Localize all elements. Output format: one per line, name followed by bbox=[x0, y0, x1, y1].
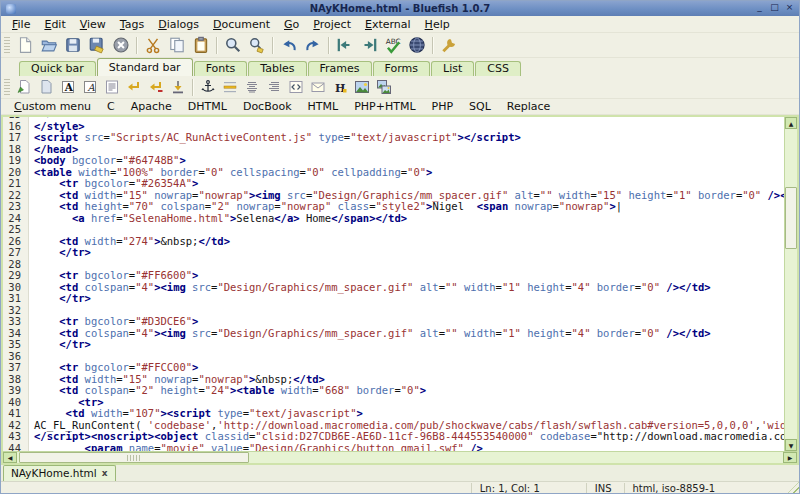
horizontal-rule-button[interactable] bbox=[219, 77, 241, 97]
view-in-browser-button[interactable] bbox=[405, 34, 429, 56]
menu-tags[interactable]: Tags bbox=[113, 17, 151, 32]
horizontal-scroll-track[interactable] bbox=[17, 452, 783, 463]
toolbar-separator bbox=[432, 37, 434, 54]
code-line-25[interactable]: 25 bbox=[3, 224, 784, 236]
toolbar-drag-handle[interactable] bbox=[4, 79, 10, 95]
document-tab[interactable]: NAyKHome.html x bbox=[3, 465, 116, 481]
bold-button[interactable]: A bbox=[57, 77, 79, 97]
thumbnail-button[interactable] bbox=[373, 77, 395, 97]
italic-button[interactable]: A bbox=[79, 77, 101, 97]
code-line-35[interactable]: 35 </tr> bbox=[3, 339, 784, 351]
open-button[interactable] bbox=[37, 34, 61, 56]
custom-menu-dhtml[interactable]: DHTML bbox=[180, 100, 235, 113]
copy-button[interactable] bbox=[165, 34, 189, 56]
menu-project[interactable]: Project bbox=[306, 17, 358, 32]
toolbar-tab-standard-bar[interactable]: Standard bar bbox=[97, 58, 193, 76]
custom-menu-apache[interactable]: Apache bbox=[123, 100, 180, 113]
resize-grip[interactable] bbox=[786, 482, 799, 494]
custom-menu-php-html[interactable]: PHP+HTML bbox=[346, 100, 423, 113]
toolbar-drag-handle[interactable] bbox=[4, 37, 10, 53]
heading-button[interactable]: H bbox=[329, 77, 351, 97]
custom-menu-php[interactable]: PHP bbox=[424, 100, 462, 113]
menu-file[interactable]: File bbox=[5, 17, 37, 32]
menu-external[interactable]: External bbox=[358, 17, 418, 32]
unindent-button[interactable] bbox=[333, 34, 357, 56]
indent-button[interactable] bbox=[357, 34, 381, 56]
minimize-button[interactable]: _ bbox=[753, 3, 766, 14]
paste-button[interactable] bbox=[189, 34, 213, 56]
scroll-up-button[interactable]: ▲ bbox=[785, 117, 797, 129]
break-button[interactable] bbox=[123, 77, 145, 97]
menu-dialogs[interactable]: Dialogs bbox=[151, 17, 206, 32]
code-line-34[interactable]: 34 <td colspan="4"><img src="Design/Grap… bbox=[3, 328, 784, 340]
center-button[interactable] bbox=[241, 77, 263, 97]
toolbar-tab-forms[interactable]: Forms bbox=[373, 61, 430, 76]
toolbar-tab-quick-bar[interactable]: Quick bar bbox=[19, 61, 96, 76]
menu-go[interactable]: Go bbox=[277, 17, 306, 32]
save-as-button[interactable] bbox=[85, 34, 109, 56]
vertical-scroll-track[interactable] bbox=[785, 129, 797, 439]
scroll-right-button[interactable]: ▶ bbox=[783, 452, 797, 463]
preferences-button[interactable] bbox=[437, 34, 461, 56]
spellcheck-button[interactable]: ABC bbox=[381, 34, 405, 56]
code-line-17[interactable]: 17<script src="Scripts/AC_RunActiveConte… bbox=[3, 132, 784, 144]
code-line-30[interactable]: 30 <td colspan="4"><img src="Design/Grap… bbox=[3, 282, 784, 294]
quickstart-button[interactable] bbox=[13, 77, 35, 97]
custom-menu-sql[interactable]: SQL bbox=[461, 100, 499, 113]
paste-icon bbox=[192, 36, 210, 54]
cut-button[interactable] bbox=[141, 34, 165, 56]
menu-edit[interactable]: Edit bbox=[37, 17, 72, 32]
toolbar-tab-list[interactable]: List bbox=[431, 61, 474, 76]
scroll-left-button[interactable]: ◀ bbox=[3, 452, 17, 463]
line-number: 19 bbox=[3, 155, 29, 167]
horizontal-scroll-thumb[interactable] bbox=[19, 452, 249, 463]
code-line-24[interactable]: 24 <a href="SelenaHome.html">Selena</a> … bbox=[3, 213, 784, 225]
toolbar-tab-fonts[interactable]: Fonts bbox=[194, 61, 248, 76]
menu-help[interactable]: Help bbox=[418, 17, 457, 32]
find-button[interactable] bbox=[221, 34, 245, 56]
menu-document[interactable]: Document bbox=[206, 17, 277, 32]
toolbar-tab-css[interactable]: CSS bbox=[475, 61, 521, 76]
code-line-39[interactable]: 39 <td colspan="2" height="24"><table wi… bbox=[3, 385, 784, 397]
code-line-26[interactable]: 26 <td width="274">&nbsp;</td> bbox=[3, 236, 784, 248]
line-number: 44 bbox=[3, 443, 29, 452]
code-area[interactable]: 15-->16</style>17<script src="Scripts/AC… bbox=[3, 117, 784, 451]
align-right-button[interactable] bbox=[263, 77, 285, 97]
comment-button[interactable] bbox=[285, 77, 307, 97]
break-clear-button[interactable] bbox=[145, 77, 167, 97]
non-breaking-space-button[interactable] bbox=[167, 77, 189, 97]
image-button[interactable] bbox=[351, 77, 373, 97]
paragraph-button[interactable] bbox=[101, 77, 123, 97]
view-in-browser-icon bbox=[408, 36, 426, 54]
close-document-button[interactable] bbox=[109, 34, 133, 56]
anchor-icon bbox=[200, 79, 216, 95]
custom-menu-docbook[interactable]: DocBook bbox=[235, 100, 300, 113]
vertical-scroll-thumb[interactable] bbox=[785, 187, 797, 249]
paragraph-icon bbox=[104, 79, 120, 95]
replace-button[interactable] bbox=[245, 34, 269, 56]
menu-view[interactable]: View bbox=[73, 17, 113, 32]
redo-button[interactable] bbox=[301, 34, 325, 56]
titlebar[interactable]: NAyKHome.html - Bluefish 1.0.7 _ □ × bbox=[1, 1, 799, 16]
code-line-27[interactable]: 27 </tr> bbox=[3, 247, 784, 259]
toolbar-tab-frames[interactable]: Frames bbox=[308, 61, 372, 76]
custom-menu-custom-menu[interactable]: Custom menu bbox=[6, 100, 99, 113]
close-button[interactable]: × bbox=[783, 3, 796, 14]
new-file-button[interactable] bbox=[13, 34, 37, 56]
document-tab-close-icon[interactable]: x bbox=[102, 466, 108, 481]
code-line-31[interactable]: 31 </tr> bbox=[3, 293, 784, 305]
body-button[interactable] bbox=[35, 77, 57, 97]
email-button[interactable] bbox=[307, 77, 329, 97]
toolbar-tab-tables[interactable]: Tables bbox=[248, 61, 306, 76]
cursor-position: Ln: 1, Col: 1 bbox=[471, 483, 548, 494]
undo-button[interactable] bbox=[277, 34, 301, 56]
anchor-button[interactable] bbox=[197, 77, 219, 97]
code-line-44[interactable]: 44 <param name="movie" value="Design/Gra… bbox=[3, 443, 784, 452]
custom-menu-c[interactable]: C bbox=[99, 100, 123, 113]
code-line-37[interactable]: 37 <tr bgcolor="#FFCC00"> bbox=[3, 362, 784, 374]
custom-menu-html[interactable]: HTML bbox=[300, 100, 347, 113]
save-button[interactable] bbox=[61, 34, 85, 56]
scroll-down-button[interactable]: ▼ bbox=[785, 439, 797, 451]
maximize-button[interactable]: □ bbox=[768, 3, 781, 14]
custom-menu-replace[interactable]: Replace bbox=[499, 100, 559, 113]
